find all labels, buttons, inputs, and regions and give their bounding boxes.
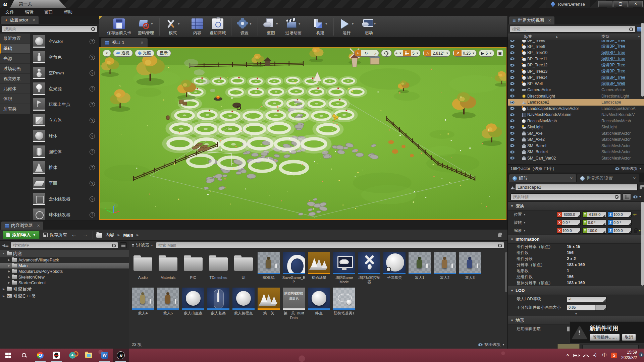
assets-view-options[interactable]: 视图选项▼ (478, 342, 505, 348)
dropdown-arrow-icon[interactable]: ▼ (298, 22, 301, 25)
tree-arrow-icon[interactable]: ▶ (7, 276, 11, 279)
asset-search-field[interactable] (156, 242, 504, 249)
place-item-9[interactable]: 平面? (30, 175, 99, 191)
menu-item-0[interactable]: 文件 (0, 9, 19, 15)
transform-旋转-z-field[interactable]: Z0.0 ° (608, 220, 632, 226)
level-window-tab[interactable]: 第一关 (10, 0, 66, 8)
actor-type-link[interactable]: 编辑BP_Tree (601, 40, 644, 43)
source-folder-SkeletonCrew[interactable]: ▶SkeletonCrew (0, 274, 129, 280)
outliner-row-LandscapeGizmoActiveActor[interactable]: LandscapeGizmoActiveActorLandscapeGizmoA (508, 106, 644, 112)
minimize-button[interactable]: ─ (598, 1, 612, 7)
asset-终点[interactable]: 终点 (308, 288, 330, 320)
source-folder-StarterContent[interactable]: ▶StarterContent (0, 280, 129, 286)
details-view-options[interactable]: ▼ (633, 195, 642, 198)
section-header-变换[interactable]: ▼变换 (508, 201, 644, 210)
place-search-field[interactable] (2, 25, 97, 32)
ime-indicator[interactable]: 中 (602, 352, 607, 358)
place-item-4[interactable]: 玩家出生点? (30, 97, 99, 112)
breadcrumb-current[interactable]: Main (123, 233, 133, 238)
add-import-button[interactable]: 添加/导入 ▼ (3, 231, 40, 239)
asset-敌人2[interactable]: 敌人2 (433, 252, 456, 284)
place-search-input[interactable] (4, 26, 91, 31)
outliner-row-SM_Axe[interactable]: SM_AxeStaticMeshActor (508, 130, 644, 137)
show-button[interactable]: 显示 (156, 50, 171, 57)
visibility-toggle[interactable] (508, 70, 517, 73)
asset-敌人4[interactable]: 敌人4 (131, 288, 154, 320)
transform-旋转-x-field[interactable]: X0.0 ° (557, 220, 581, 226)
outliner-row-Landscape2[interactable]: Landscape2Landscape (508, 99, 644, 106)
asset-Audio[interactable]: Audio (131, 252, 154, 284)
visibility-toggle[interactable] (508, 113, 517, 116)
clock[interactable]: 15:59 2023/8/2 (621, 350, 637, 360)
collapse-arrow[interactable]: ▼ (508, 312, 644, 316)
asset-敌人基类[interactable]: 敌人基类 (207, 288, 230, 320)
asset-初始场景[interactable]: 初始场景 (308, 252, 330, 284)
outliner-search-field[interactable] (510, 26, 635, 33)
place-category-3[interactable]: 过场动画 (0, 64, 30, 74)
asset-PIC[interactable]: PIC (182, 252, 205, 284)
visibility-toggle[interactable] (508, 157, 517, 160)
toolbar-button-marketplace[interactable]: 虚幻商城 (206, 17, 229, 37)
grid-snap-toggle[interactable] (403, 50, 411, 56)
close-icon[interactable]: ✕ (570, 176, 573, 181)
collapse-sources-icon[interactable]: ◀☰ (2, 243, 9, 248)
actor-type-link[interactable]: 编辑BP_Tree (601, 62, 644, 68)
angle-snap-value[interactable]: 2.812° (433, 51, 444, 56)
place-category-1[interactable]: 基础 (0, 44, 30, 54)
spinner-icon[interactable] (603, 214, 605, 217)
outliner-row-BP_Tree11[interactable]: BP_Tree11编辑BP_Tree (508, 56, 644, 62)
transform-位置-x-field[interactable]: X-6300.0 (557, 212, 581, 218)
visibility-toggle[interactable] (508, 57, 517, 60)
close-icon[interactable]: ✕ (548, 18, 551, 23)
visibility-toggle[interactable] (508, 40, 517, 42)
asset-敌人1[interactable]: 敌人1 (408, 252, 431, 284)
angle-snap-toggle[interactable]: △ (424, 50, 431, 56)
column-label[interactable]: 标签 (508, 34, 532, 40)
toolbar-button-settings[interactable]: ▼设置 (233, 17, 256, 37)
place-item-2[interactable]: 空Pawn? (30, 65, 99, 81)
rotate-tool-button[interactable]: ↻ (363, 51, 369, 56)
move-tool-button[interactable]: + (355, 50, 361, 56)
asset-BOSS1[interactable]: BOSS1 (257, 252, 280, 284)
asset-SaveGame_BP[interactable]: SaveGame_BP (282, 252, 305, 284)
perspective-button[interactable]: 透视 (113, 50, 133, 57)
asset-敌人出生点[interactable]: 敌人出生点 (182, 288, 205, 320)
outliner-row-BP_Tree13[interactable]: BP_Tree13编辑BP_Tree (508, 68, 644, 75)
close-icon[interactable]: ✕ (32, 18, 35, 22)
close-icon[interactable]: ✕ (37, 224, 40, 228)
toolbar-button-content[interactable]: 内容 (188, 17, 206, 37)
outliner-row-BP_Tree9[interactable]: BP_Tree9编辑BP_Tree (508, 44, 644, 50)
outliner-row-BP_Tree14[interactable]: BP_Tree14编辑BP_Tree (508, 74, 644, 81)
outliner-row-CameraActor[interactable]: CameraActorCameraActor (508, 87, 644, 93)
spinner-icon[interactable] (603, 307, 606, 310)
spinner-icon[interactable] (603, 230, 605, 233)
tree-arrow-icon[interactable]: ▶ (7, 258, 11, 261)
close-icon[interactable]: ✕ (633, 176, 636, 181)
source-folder-AdvancedVillagePack[interactable]: ▶AdvancedVillagePack (0, 257, 129, 263)
tab-details[interactable]: i 细节 ✕ (509, 174, 576, 182)
viewport-options-dropdown[interactable]: ▼ (103, 50, 111, 57)
manage-plugins-button[interactable]: 管理插件…… (590, 334, 620, 341)
actor-name-input[interactable] (518, 185, 635, 190)
help-icon[interactable]: ? (90, 86, 95, 92)
help-icon[interactable]: ? (90, 196, 95, 202)
help-icon[interactable]: ? (90, 149, 95, 155)
outliner-view-options[interactable]: 视图选项▼ (615, 166, 642, 172)
taskbar-word[interactable]: W (97, 349, 113, 362)
help-icon[interactable]: ? (90, 70, 95, 76)
source-folder-ModularLowPolyRobots[interactable]: ▶ModularLowPolyRobots (0, 268, 129, 274)
actor-type-link[interactable]: 编辑BP_Tree (601, 50, 644, 56)
visibility-toggle[interactable] (508, 51, 517, 54)
asset-塔防Game Mode[interactable]: 塔防Game Mode (333, 252, 356, 284)
toolbar-button-blueprints[interactable]: ▼蓝图 (260, 17, 282, 37)
tree-arrow-icon[interactable]: ▼ (2, 252, 5, 255)
grid-snap-value[interactable]: 5 (412, 51, 415, 56)
viewport-3d[interactable]: ▼ 透视 光照 显示 + ↻ ↔ ⌖▼ 5▼ △ 2.812°▼ ↗ (99, 47, 506, 220)
place-item-6[interactable]: 球体? (30, 128, 99, 144)
outliner-row-BP_Tree8[interactable]: BP_Tree8编辑BP_Tree (508, 40, 644, 44)
outliner-row-BP_Well[interactable]: BP_Well编辑BP_Well (508, 81, 644, 87)
toolbar-button-play[interactable]: ▼运行 (336, 17, 358, 37)
battery-icon[interactable] (573, 354, 579, 357)
assets-scrollbar[interactable] (505, 252, 507, 292)
tray-expand-icon[interactable]: ^ (567, 353, 569, 358)
